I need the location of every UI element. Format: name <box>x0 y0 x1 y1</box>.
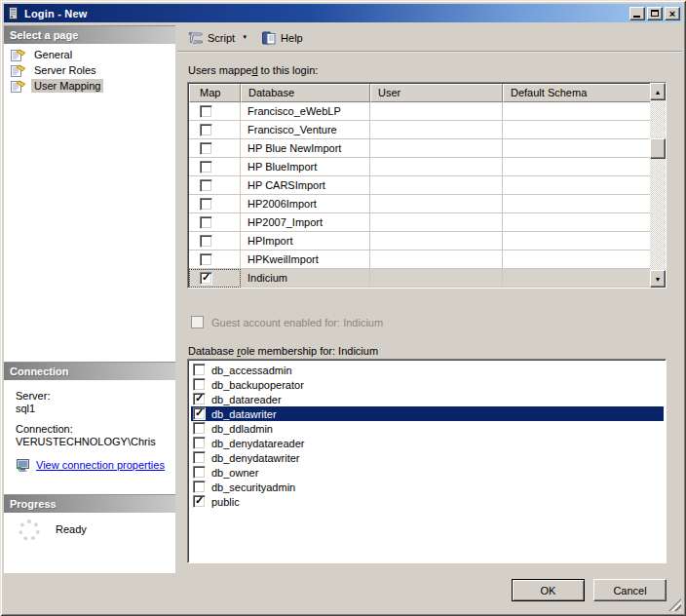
default-schema-cell[interactable] <box>503 250 651 269</box>
user-cell[interactable] <box>370 158 503 176</box>
map-checkbox[interactable] <box>200 235 212 248</box>
map-checkbox[interactable] <box>200 142 212 155</box>
user-cell[interactable] <box>370 213 503 232</box>
map-cell[interactable] <box>189 269 241 288</box>
close-icon: × <box>669 9 675 19</box>
default-schema-cell[interactable] <box>503 232 651 250</box>
map-checkbox[interactable] <box>200 179 212 192</box>
table-row[interactable]: Indicium <box>189 269 651 288</box>
role-list-item[interactable]: db_datareader <box>191 392 664 406</box>
script-button[interactable]: Script <box>184 29 251 47</box>
default-schema-cell[interactable] <box>503 102 651 121</box>
column-header-map[interactable]: Map <box>189 84 241 102</box>
map-cell[interactable] <box>189 176 241 195</box>
default-schema-cell[interactable] <box>503 195 651 213</box>
default-schema-cell[interactable] <box>503 176 651 195</box>
table-row[interactable]: Francisco_eWebLP <box>189 102 651 121</box>
role-checkbox[interactable] <box>193 393 206 405</box>
role-list-item[interactable]: db_ddladmin <box>191 421 664 436</box>
role-name: db_backupoperator <box>211 379 304 391</box>
resize-grip-icon[interactable] <box>668 598 681 611</box>
map-checkbox[interactable] <box>200 124 212 136</box>
role-checkbox[interactable] <box>193 437 206 449</box>
role-list-item[interactable]: public <box>191 494 664 509</box>
map-cell[interactable] <box>189 250 241 269</box>
sidebar-item-general[interactable]: General <box>4 47 175 62</box>
table-row[interactable]: HP BlueImport <box>189 158 651 176</box>
scrollbar-up-button[interactable] <box>650 83 666 100</box>
maximize-button[interactable] <box>647 7 663 20</box>
sidebar-item-server-roles[interactable]: Server Roles <box>4 62 175 78</box>
user-cell[interactable] <box>370 176 503 195</box>
map-cell[interactable] <box>189 232 241 250</box>
user-cell[interactable] <box>370 139 503 158</box>
page-edit-icon <box>11 64 26 77</box>
role-checkbox[interactable] <box>193 422 206 435</box>
role-checkbox[interactable] <box>193 466 206 479</box>
map-checkbox[interactable] <box>200 253 212 266</box>
map-cell[interactable] <box>189 121 241 139</box>
scroll-icon <box>188 31 204 45</box>
map-cell[interactable] <box>189 102 241 121</box>
table-row[interactable]: HPImport <box>189 232 651 250</box>
column-header-database[interactable]: Database <box>241 84 370 102</box>
sidebar-item-user-mapping[interactable]: User Mapping <box>4 78 175 94</box>
table-row[interactable]: HP Blue NewImport <box>189 139 651 158</box>
scrollbar-down-button[interactable] <box>650 270 666 288</box>
role-list-item[interactable]: db_datawriter <box>191 406 664 421</box>
column-header-user[interactable]: User <box>370 84 503 102</box>
grid-vertical-scrollbar[interactable] <box>650 83 666 288</box>
close-button[interactable]: × <box>665 7 680 20</box>
map-checkbox[interactable] <box>200 105 212 118</box>
default-schema-cell[interactable] <box>503 158 651 176</box>
page-edit-icon <box>11 80 26 93</box>
map-cell[interactable] <box>189 213 241 232</box>
map-cell[interactable] <box>189 158 241 176</box>
guest-account-checkbox <box>191 316 204 328</box>
default-schema-cell[interactable] <box>503 269 651 288</box>
user-cell[interactable] <box>370 232 503 250</box>
table-row[interactable]: HP2006Import <box>189 195 651 213</box>
map-checkbox[interactable] <box>200 161 212 173</box>
map-checkbox[interactable] <box>200 272 212 285</box>
role-checkbox[interactable] <box>193 378 206 391</box>
table-row[interactable]: Francisco_Venture <box>189 121 651 139</box>
ok-button[interactable]: OK <box>512 579 585 601</box>
view-connection-properties-link[interactable]: View connection properties <box>36 459 165 472</box>
minimize-button[interactable] <box>629 7 645 20</box>
role-list-item[interactable]: db_denydatareader <box>191 436 664 450</box>
role-list-item[interactable]: db_denydatawriter <box>191 450 664 465</box>
role-list-item[interactable]: db_accessadmin <box>191 363 664 377</box>
select-a-page-header: Select a page <box>4 25 175 44</box>
connection-panel: Server: sql1 Connection: VERUSTECHNOLOGY… <box>4 380 175 494</box>
role-list-item[interactable]: db_owner <box>191 465 664 480</box>
role-list-item[interactable]: db_securityadmin <box>191 480 664 494</box>
default-schema-cell[interactable] <box>503 139 651 158</box>
table-row[interactable]: HPKweilImport <box>189 250 651 269</box>
table-row[interactable]: HP CARSImport <box>189 176 651 195</box>
role-checkbox[interactable] <box>193 481 206 493</box>
user-cell[interactable] <box>370 250 503 269</box>
column-header-default-schema[interactable]: Default Schema <box>503 84 651 102</box>
user-cell[interactable] <box>370 269 503 288</box>
role-checkbox[interactable] <box>193 364 206 376</box>
role-list-item[interactable]: db_backupoperator <box>191 377 664 392</box>
map-checkbox[interactable] <box>200 216 212 229</box>
user-cell[interactable] <box>370 121 503 139</box>
user-cell[interactable] <box>370 102 503 121</box>
titlebar[interactable]: Login - New × <box>4 4 682 22</box>
table-row[interactable]: HP2007_Import <box>189 213 651 232</box>
scrollbar-thumb[interactable] <box>650 138 666 159</box>
map-cell[interactable] <box>189 139 241 158</box>
help-button[interactable]: Help <box>257 29 307 47</box>
role-checkbox[interactable] <box>193 451 206 464</box>
page-list: General Server Roles User Mapping <box>4 44 175 362</box>
cancel-button[interactable]: Cancel <box>593 579 667 601</box>
default-schema-cell[interactable] <box>503 213 651 232</box>
role-checkbox[interactable] <box>193 495 206 508</box>
role-checkbox[interactable] <box>193 407 206 420</box>
map-cell[interactable] <box>189 195 241 213</box>
user-cell[interactable] <box>370 195 503 213</box>
map-checkbox[interactable] <box>200 198 212 211</box>
default-schema-cell[interactable] <box>503 121 651 139</box>
